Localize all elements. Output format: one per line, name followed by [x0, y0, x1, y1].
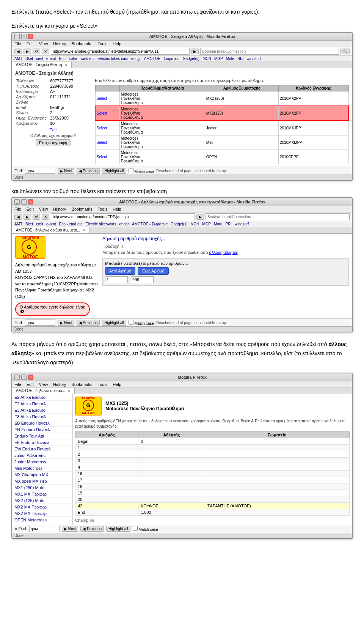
- menu-item-e3-pan[interactable]: E3 Attika Παναελ: [12, 414, 72, 420]
- tab-1-athlete[interactable]: ΑΜΟΤΟΕ - Στοιχεία Αθλητή ✕: [12, 62, 72, 68]
- find-next-1[interactable]: ▶ Next: [58, 168, 74, 174]
- menu-item-junior-attika[interactable]: Junior Attika Enc: [12, 452, 72, 459]
- bookmark-eamt-1[interactable]: e-amt: [46, 57, 56, 61]
- from-num-btn[interactable]: Από Αριθμό: [105, 267, 135, 275]
- find-matchcase-1[interactable]: [129, 168, 133, 173]
- forward-btn-2[interactable]: ▶: [24, 214, 31, 220]
- menu-help-3[interactable]: Help: [113, 382, 121, 387]
- menu-item-e5[interactable]: E5 Enduro Παναελ: [12, 439, 72, 446]
- find-input-2[interactable]: [25, 320, 55, 326]
- bk2-eco[interactable]: Eco - emd etc: [59, 222, 83, 226]
- tab-3[interactable]: ΑΜΟΤΟΕ | δηλώνω αριθμό... ✕: [12, 388, 75, 394]
- back-btn-1[interactable]: ◀: [14, 49, 22, 54]
- tab-2-decl[interactable]: ΑΜΟΤΟΕ | δηλώνω αριθμό συμμετο... ✕: [12, 227, 90, 233]
- select-link-4[interactable]: Select: [97, 140, 107, 145]
- find-matchcase-3[interactable]: [133, 526, 138, 531]
- go-btn-2[interactable]: ▶: [196, 214, 204, 220]
- select-link-1[interactable]: Select: [97, 96, 107, 101]
- bookmark-amotoe-1[interactable]: ΑΜΟΤΟΕ - Σωματεία: [144, 57, 180, 61]
- menu-file-3[interactable]: File: [14, 382, 21, 387]
- find-prev-3[interactable]: ◀ Previous: [80, 526, 104, 532]
- menu-item-mx2-perf2[interactable]: MX2 MX Περιφερ: [12, 510, 72, 517]
- menu-view-1[interactable]: View: [39, 41, 48, 46]
- find-next-3[interactable]: ▶ Next: [62, 526, 78, 532]
- select-link-5[interactable]: Select: [97, 155, 107, 159]
- bookmark-eco-1[interactable]: Eco - solar - wind etc: [59, 57, 94, 61]
- menu-view-3[interactable]: View: [39, 382, 48, 387]
- search-bar-1[interactable]: [200, 48, 339, 55]
- search-bar-2[interactable]: [206, 213, 350, 220]
- menu-bookmarks-2[interactable]: Bookmarks: [72, 207, 93, 211]
- bk2-emit[interactable]: emit: [36, 222, 43, 226]
- minimize-btn-2[interactable]: _: [14, 199, 20, 205]
- go-btn-1[interactable]: ▶: [191, 49, 199, 54]
- bookmark-windsurf-1[interactable]: windsurf: [247, 57, 261, 61]
- find-prev-1[interactable]: ◀ Previous: [77, 168, 100, 174]
- bk2-mgp[interactable]: MGP: [202, 222, 211, 226]
- range-from-input[interactable]: [105, 276, 128, 283]
- save-btn-1[interactable]: Επιχειρηγραφή: [36, 139, 71, 146]
- menu-item-open-moto[interactable]: OPEN Motocross: [12, 517, 72, 523]
- bookmark-gadgets-1[interactable]: Gadget(s): [183, 57, 199, 61]
- menu-edit-2[interactable]: Edit: [27, 207, 34, 211]
- menu-item-mx1-perf[interactable]: MX1 MX Περιφερ: [12, 491, 72, 497]
- menu-edit-1[interactable]: Edit: [27, 41, 34, 46]
- menu-tools-1[interactable]: Tools: [98, 41, 108, 46]
- bk2-eamt[interactable]: e-amt: [46, 222, 56, 226]
- close-btn-2[interactable]: ✕: [28, 199, 33, 205]
- to-num-btn[interactable]: Έως Αριθμό: [138, 267, 169, 275]
- menu-item-mini-moto[interactable]: Mini Motocross Π: [12, 465, 72, 472]
- find-matchcase-2[interactable]: [129, 320, 133, 325]
- menu-help-1[interactable]: Help: [113, 41, 121, 46]
- menu-help-2[interactable]: Help: [113, 207, 121, 211]
- bookmark-endgr-1[interactable]: endgr: [131, 57, 141, 61]
- reload-btn-1[interactable]: ↺: [33, 49, 40, 54]
- menu-tools-3[interactable]: Tools: [98, 382, 108, 387]
- menu-item-junior-moto[interactable]: Junior Motocross: [12, 459, 72, 465]
- bk2-mote[interactable]: Mote: [214, 222, 222, 226]
- bk2-mcn[interactable]: MCN: [190, 222, 199, 226]
- close-btn-3[interactable]: ✕: [28, 375, 33, 380]
- menu-view-2[interactable]: View: [39, 207, 48, 211]
- search-btn-1[interactable]: 🔍: [340, 49, 350, 54]
- bk2-amt[interactable]: AMT: [14, 222, 22, 226]
- tab-close-2[interactable]: ✕: [83, 228, 86, 232]
- select-link-2[interactable]: Select: [97, 111, 107, 115]
- maximize-btn-1[interactable]: □: [21, 34, 27, 39]
- menu-item-mx-champion[interactable]: MX Champion MX: [12, 472, 72, 478]
- menu-item-mx2-perf1[interactable]: MX2 MX Περιφερ: [12, 504, 72, 510]
- forward-btn-1[interactable]: ▶: [24, 49, 31, 54]
- address-bar-2[interactable]: [51, 213, 195, 220]
- bookmark-mote-1[interactable]: Mote: [226, 57, 234, 61]
- menu-item-eb[interactable]: EB Enduro Παναελ: [12, 420, 72, 427]
- bk2-gadgets[interactable]: Gadget(s): [171, 222, 187, 226]
- find-highlight-1[interactable]: Highlight all: [102, 168, 126, 174]
- menu-item-ew[interactable]: EW Enduro Παναελ: [12, 446, 72, 452]
- menu-item-e2-pan[interactable]: E2 Attika Παναελ: [12, 401, 72, 407]
- menu-history-2[interactable]: History: [53, 207, 66, 211]
- bookmark-rbi-1[interactable]: RBI: [237, 57, 244, 61]
- bookmark-mcn-1[interactable]: MCN: [202, 57, 211, 61]
- menu-item-mx1-250[interactable]: MX1 (250) Moto: [12, 485, 72, 491]
- menu-item-mx2-125[interactable]: MX2 (125) Moto: [12, 497, 72, 504]
- address-bar-1[interactable]: [51, 48, 190, 55]
- menu-item-e3-attika[interactable]: E3 Attika Enduro: [12, 407, 72, 414]
- menu-file-2[interactable]: File: [14, 207, 21, 211]
- back-btn-2[interactable]: ◀: [14, 214, 22, 220]
- select-link-3[interactable]: Select: [97, 126, 107, 130]
- bookmark-amt-1[interactable]: AMT: [14, 57, 22, 61]
- bookmark-creit-1[interactable]: creit: [36, 57, 43, 61]
- other-athletes-link[interactable]: άλλους αθλητές: [209, 250, 238, 255]
- find-prev-2[interactable]: ◀ Previous: [77, 320, 100, 326]
- find-input-3[interactable]: [29, 526, 60, 532]
- minimize-btn-3[interactable]: _: [14, 375, 20, 380]
- tab-close-3[interactable]: ✕: [67, 389, 71, 393]
- menu-history-3[interactable]: History: [53, 382, 66, 387]
- menu-item-en[interactable]: EN Enduro Παναελ: [12, 427, 72, 433]
- menu-history-1[interactable]: History: [53, 41, 66, 46]
- find-next-2[interactable]: ▶ Next: [58, 320, 74, 326]
- stop-btn-1[interactable]: ✕: [42, 49, 49, 54]
- maximize-btn-3[interactable]: □: [21, 375, 27, 380]
- find-input-1[interactable]: [25, 168, 55, 174]
- menu-bookmarks-3[interactable]: Bookmarks: [72, 382, 93, 387]
